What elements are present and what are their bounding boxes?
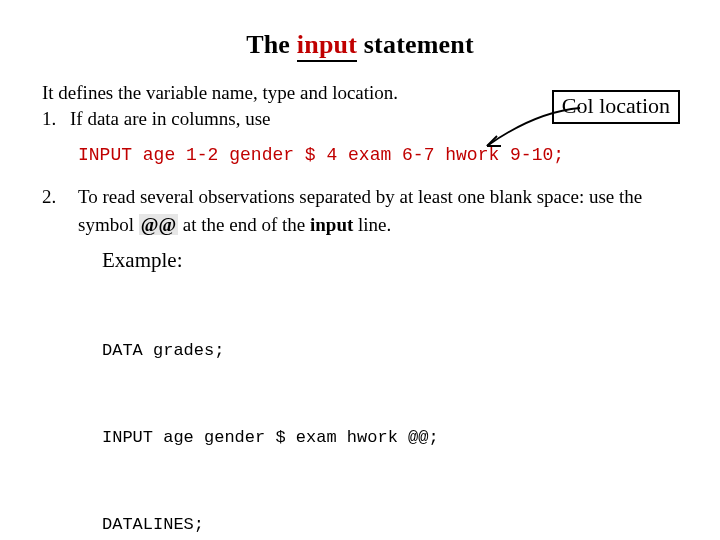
code-line-data: DATA grades; <box>102 337 680 366</box>
intro-left: It defines the variable name, type and l… <box>42 80 398 131</box>
title-pre: The <box>246 30 297 59</box>
item2-bold: input <box>310 214 353 235</box>
code-input-columns: INPUT age 1-2 gender $ 4 exam 6-7 hwork … <box>78 145 680 165</box>
title-keyword: input <box>297 30 357 60</box>
at-at-symbol: @@ <box>139 214 178 235</box>
example-code-block: DATA grades; INPUT age gender $ exam hwo… <box>102 279 680 540</box>
item1-text: If data are in columns, use <box>70 106 270 132</box>
code-line-datalines: DATALINES; <box>102 511 680 540</box>
page-title: The input statement <box>40 30 680 60</box>
item2-mid: at the end of the <box>178 214 310 235</box>
item2-post: line. <box>353 214 391 235</box>
list-item-1: 1. If data are in columns, use <box>42 106 398 132</box>
example-label: Example: <box>102 248 680 273</box>
intro-text: It defines the variable name, type and l… <box>42 80 398 106</box>
col-location-box: Col location <box>552 90 680 124</box>
item2-body: To read several observations separated b… <box>78 183 680 238</box>
list-item-2: 2. To read several observations separate… <box>40 183 680 238</box>
title-post: statement <box>357 30 474 59</box>
slide-page: The input statement It defines the varia… <box>0 0 720 540</box>
item2-number: 2. <box>40 183 78 238</box>
code-line-input: INPUT age gender $ exam hwork @@; <box>102 424 680 453</box>
item1-number: 1. <box>42 106 70 132</box>
